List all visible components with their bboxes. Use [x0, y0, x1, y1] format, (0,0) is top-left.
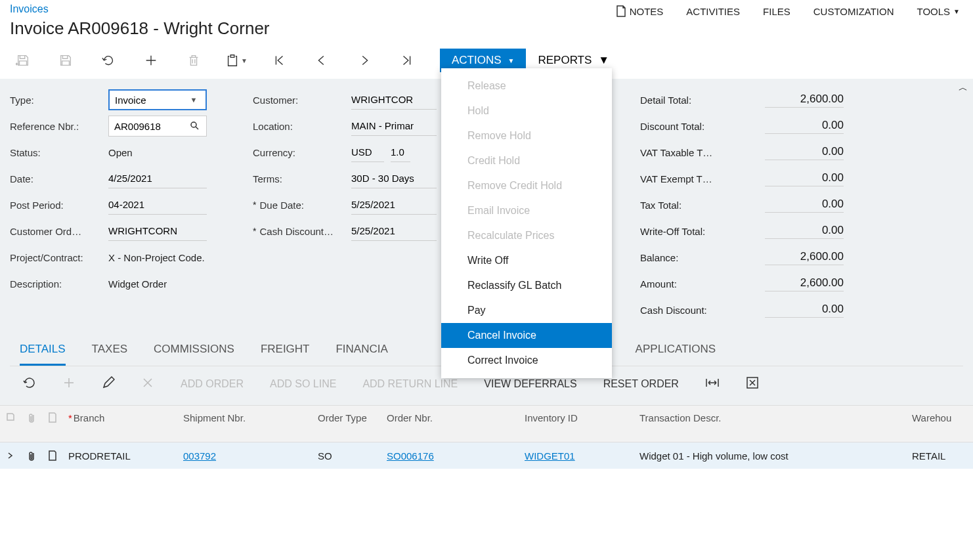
breadcrumb-link[interactable]: Invoices — [7, 0, 616, 15]
label-amount: Amount: — [640, 278, 677, 290]
label-location: Location: — [253, 121, 351, 132]
notes-button[interactable]: NOTES — [616, 5, 664, 17]
fit-icon — [705, 377, 720, 389]
chevron-down-icon[interactable]: ▼ — [187, 96, 200, 104]
grid-add-button[interactable] — [59, 373, 79, 395]
cell-branch[interactable]: PRODRETAIL — [63, 444, 178, 468]
save-button[interactable] — [49, 49, 82, 72]
row-attachment[interactable] — [21, 444, 42, 467]
value-balance: 2,600.00 — [765, 250, 844, 265]
last-button[interactable] — [391, 49, 423, 72]
table-row[interactable]: PRODRETAIL 003792 SO SO006176 WIDGET01 W… — [0, 442, 973, 469]
custord-input[interactable] — [108, 221, 207, 241]
tab-freight[interactable]: FREIGHT — [261, 343, 310, 366]
action-pay[interactable]: Pay — [441, 298, 612, 323]
tab-applications[interactable]: APPLICATIONS — [636, 343, 716, 366]
fit-columns-button[interactable] — [702, 374, 723, 395]
clipboard-button[interactable]: ▼ — [220, 49, 253, 72]
collapse-button[interactable]: ︿ — [959, 82, 968, 94]
label-date: Date: — [10, 173, 108, 184]
order-link[interactable]: SO006176 — [387, 450, 434, 462]
page-title: Invoice AR009618 - Wright Corner — [7, 15, 616, 45]
col-ordernbr[interactable]: Order Nbr. — [381, 406, 519, 442]
col-shipment[interactable]: Shipment Nbr. — [178, 406, 313, 442]
action-recalculate-prices: Recalculate Prices — [441, 223, 612, 248]
label-customer: Customer: — [253, 95, 351, 106]
next-button[interactable] — [348, 49, 381, 72]
activities-label: ACTIVITIES — [686, 6, 740, 17]
grid-edit-button[interactable] — [98, 373, 118, 395]
export-button[interactable] — [743, 373, 762, 395]
inventory-link[interactable]: WIDGET01 — [525, 450, 575, 462]
row-expand[interactable] — [0, 445, 21, 466]
grid-delete-button[interactable] — [138, 373, 158, 395]
location-input[interactable] — [351, 116, 437, 136]
label-type: Type: — [10, 95, 108, 106]
label-terms: Terms: — [253, 173, 351, 184]
tab-taxes[interactable]: TAXES — [92, 343, 127, 366]
label-status: Status: — [10, 147, 108, 158]
prev-button[interactable] — [305, 49, 338, 72]
tab-financial[interactable]: FINANCIA — [335, 343, 387, 366]
shipment-link[interactable]: 003792 — [183, 450, 216, 462]
action-reclassify-gl[interactable]: Reclassify GL Batch — [441, 273, 612, 298]
value-discounttotal: 0.00 — [765, 119, 844, 134]
add-button[interactable] — [135, 49, 167, 72]
refnbr-input[interactable] — [114, 121, 188, 132]
currency-rate-input[interactable] — [391, 142, 410, 162]
note-icon — [616, 5, 626, 17]
action-correct-invoice[interactable]: Correct Invoice — [441, 348, 612, 373]
search-icon[interactable] — [188, 121, 201, 132]
cell-shipment[interactable]: 003792 — [178, 444, 313, 468]
cell-warehouse[interactable]: RETAIL — [907, 444, 972, 468]
col-branch[interactable]: *Branch — [63, 406, 178, 442]
save-close-button[interactable] — [7, 49, 39, 72]
col-transdescr[interactable]: Transaction Descr. — [634, 406, 907, 442]
row-note[interactable] — [42, 444, 63, 467]
cell-inventory[interactable]: WIDGET01 — [519, 444, 634, 468]
currency-input[interactable] — [351, 142, 384, 162]
notes-label: NOTES — [630, 6, 664, 17]
actions-dropdown: Release Hold Remove Hold Credit Hold Rem… — [441, 68, 612, 378]
chevron-right-icon — [357, 53, 372, 68]
chevron-down-icon: ▼ — [241, 57, 248, 64]
label-description: Description: — [10, 278, 108, 290]
action-write-off[interactable]: Write Off — [441, 248, 612, 273]
label-cashdisc: Cash Discount: — [640, 305, 707, 316]
tab-commissions[interactable]: COMMISSIONS — [154, 343, 234, 366]
cell-ordernbr[interactable]: SO006176 — [381, 444, 519, 468]
first-button[interactable] — [263, 49, 295, 72]
postperiod-input[interactable] — [108, 195, 207, 215]
label-refnbr: Reference Nbr.: — [10, 121, 108, 132]
duedate-input[interactable] — [351, 195, 437, 215]
chevron-down-icon: ▼ — [598, 54, 609, 67]
date-input[interactable] — [108, 169, 207, 188]
customer-input[interactable] — [351, 90, 437, 110]
add-order-button[interactable]: ADD ORDER — [177, 375, 247, 393]
label-detailtotal: Detail Total: — [640, 95, 691, 106]
customization-button[interactable]: CUSTOMIZATION — [813, 5, 894, 17]
plus-icon — [144, 53, 158, 68]
cashdiscount-input[interactable] — [351, 221, 437, 241]
files-button[interactable]: FILES — [763, 5, 790, 17]
reset-order-button[interactable]: RESET ORDER — [600, 375, 682, 393]
label-writeofftotal: Write-Off Total: — [640, 226, 705, 237]
cell-ordertype[interactable]: SO — [313, 444, 381, 468]
col-inventory[interactable]: Inventory ID — [519, 406, 634, 442]
col-save — [0, 406, 21, 442]
add-so-line-button[interactable]: ADD SO LINE — [267, 375, 339, 393]
type-input[interactable] — [115, 95, 187, 106]
terms-input[interactable] — [351, 169, 437, 188]
col-ordertype[interactable]: Order Type — [313, 406, 381, 442]
activities-button[interactable]: ACTIVITIES — [686, 5, 740, 17]
refresh-button[interactable] — [20, 373, 39, 395]
col-warehouse[interactable]: Warehou — [907, 406, 972, 442]
action-cancel-invoice[interactable]: Cancel Invoice — [441, 323, 612, 348]
undo-button[interactable] — [92, 49, 125, 72]
paperclip-icon — [27, 412, 36, 423]
tools-button[interactable]: TOOLS ▼ — [917, 5, 960, 17]
label-balance: Balance: — [640, 252, 678, 263]
cell-transdescr[interactable]: Widget 01 - High volume, low cost — [634, 444, 907, 468]
delete-button[interactable] — [177, 49, 210, 72]
tab-details[interactable]: DETAILS — [20, 343, 66, 366]
